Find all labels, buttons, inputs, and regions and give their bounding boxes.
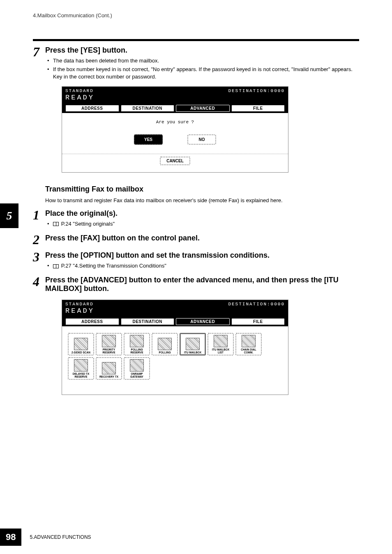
page-number: 98	[0, 529, 21, 546]
yes-button[interactable]: YES	[134, 134, 163, 145]
no-button[interactable]: NO	[187, 134, 216, 145]
polling-icon	[158, 338, 172, 350]
priority-icon	[102, 335, 116, 347]
btn-polling-reserve[interactable]: POLLING RESERVE	[124, 333, 150, 355]
page-footer: 98 5.ADVANCED FUNCTIONS	[0, 529, 91, 546]
mailbox-icon	[186, 338, 200, 350]
btn-delayed-tx[interactable]: DELAYED TX RESERVE	[68, 357, 94, 380]
fax-screenshot-confirm: STANDARD READY DESTINATION:0000 ADDRESS …	[62, 86, 288, 173]
btn-polling[interactable]: POLLING	[152, 333, 178, 355]
tab-file[interactable]: FILE	[231, 105, 285, 112]
recovery-icon	[102, 362, 116, 374]
cancel-button[interactable]: CANCEL	[160, 157, 190, 165]
bullet: If the box number keyed in is not correc…	[47, 66, 359, 81]
reference-link: P.27 "4.Setting the Transmission Conditi…	[47, 262, 359, 270]
step-title: Press the [FAX] button on the control pa…	[45, 234, 359, 242]
mailbox-list-icon	[214, 335, 228, 347]
tab-file[interactable]: FILE	[231, 318, 285, 325]
tab-address[interactable]: ADDRESS	[65, 318, 119, 325]
btn-priority-reserve[interactable]: PRIORITY RESERVE	[96, 333, 122, 355]
section-heading: Transmitting Fax to mailbox	[45, 185, 359, 194]
step-number: 7	[33, 45, 45, 82]
ss-ready: READY	[65, 307, 95, 315]
step-number: 4	[33, 275, 45, 295]
step-number: 2	[33, 233, 45, 246]
step-title: Press the [ADVANCED] button to enter the…	[45, 276, 359, 293]
tab-destination[interactable]: DESTINATION	[121, 318, 175, 325]
footer-section-title: 5.ADVANCED FUNCTIONS	[30, 534, 91, 540]
step-1: 1 Place the original(s). P.24 "Setting o…	[33, 208, 359, 229]
fax-screenshot-advanced: STANDARD READY DESTINATION:0000 ADDRESS …	[62, 300, 288, 395]
book-icon	[53, 222, 59, 226]
btn-2sided-scan[interactable]: 2-SIDED SCAN	[68, 333, 94, 355]
step-7: 7 Press the [YES] button. The data has b…	[33, 45, 359, 82]
book-icon	[53, 264, 59, 268]
ss-destination: DESTINATION:0000	[228, 302, 285, 307]
chain-dial-icon	[242, 335, 256, 347]
btn-onramp-gateway[interactable]: ONRAMP GATEWAY	[124, 357, 150, 380]
page-header: 4.Mailbox Communication (Cont.)	[33, 12, 359, 18]
scan-icon	[74, 338, 88, 350]
ss-destination: DESTINATION:0000	[228, 88, 285, 93]
step-title: Place the original(s).	[45, 209, 359, 218]
gateway-icon	[130, 359, 144, 372]
tab-advanced[interactable]: ADVANCED	[176, 105, 230, 112]
btn-chain-dial[interactable]: CHAIN DIAL COMM.	[235, 333, 262, 355]
step-number: 1	[33, 208, 45, 229]
tab-address[interactable]: ADDRESS	[65, 105, 119, 112]
step-2: 2 Press the [FAX] button on the control …	[33, 233, 359, 246]
ss-mode: STANDARD	[65, 88, 94, 93]
rule	[33, 39, 359, 41]
step-number: 3	[33, 250, 45, 271]
delayed-icon	[74, 359, 88, 372]
polling-reserve-icon	[130, 335, 144, 347]
btn-recovery-tx[interactable]: RECOVERY TX	[96, 357, 122, 380]
btn-itu-mailbox-list[interactable]: ITU MAILBOX LIST	[208, 333, 234, 355]
step-3: 3 Press the [OPTION] button and set the …	[33, 250, 359, 271]
chapter-tab: 5	[0, 203, 18, 228]
step-title: Press the [OPTION] button and set the tr…	[45, 251, 359, 260]
reference-link: P.24 "Setting originals"	[47, 220, 359, 228]
section-intro: How to transmit and register Fax data in…	[45, 197, 359, 204]
tab-destination[interactable]: DESTINATION	[121, 105, 175, 112]
ss-ready: READY	[65, 94, 95, 102]
btn-itu-mailbox[interactable]: ITU MAILBOX	[180, 333, 206, 355]
step-4: 4 Press the [ADVANCED] button to enter t…	[33, 275, 359, 295]
ss-mode: STANDARD	[65, 302, 94, 307]
confirm-prompt: Are you sure ?	[66, 120, 284, 125]
step-title: Press the [YES] button.	[45, 46, 359, 55]
tab-advanced[interactable]: ADVANCED	[176, 318, 230, 325]
bullet: The data has been deleted from the mailb…	[47, 57, 359, 65]
